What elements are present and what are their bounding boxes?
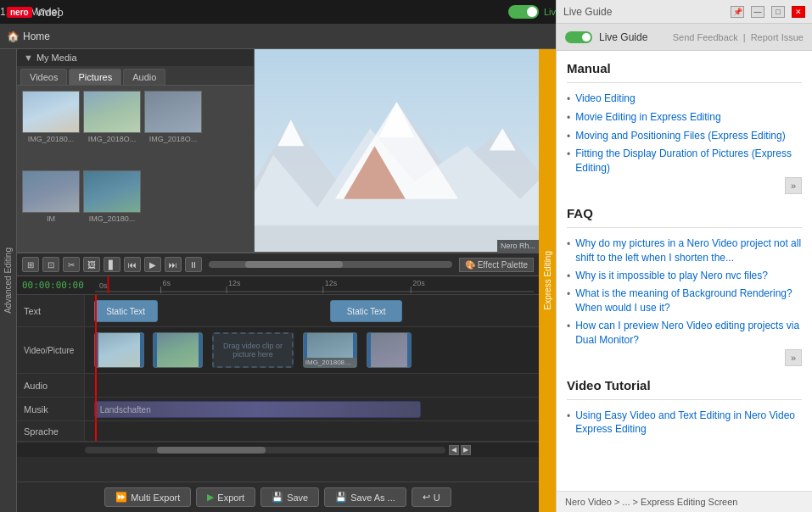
- live-toggle-switch[interactable]: [508, 5, 539, 19]
- scroll-left-btn[interactable]: ◀: [449, 445, 459, 455]
- media-tab-audio[interactable]: Audio: [123, 69, 165, 85]
- manual-link-2[interactable]: Moving and Positioning Files (Express Ed…: [567, 127, 802, 146]
- guide-header: Live Guide Send Feedback | Report Issue: [557, 24, 812, 51]
- ctrl-prev-btn[interactable]: ⏮: [124, 257, 141, 272]
- track-musik-label: Musik: [17, 398, 85, 420]
- close-btn[interactable]: ✕: [792, 6, 805, 18]
- manual-link-0[interactable]: Video Editing: [567, 90, 802, 109]
- ctrl-fit-btn[interactable]: ⊡: [42, 257, 59, 272]
- ctrl-bar-btn[interactable]: ▋: [104, 257, 120, 272]
- save-as-icon: 💾: [335, 492, 347, 503]
- track-text-clips[interactable]: Static Text Static Text: [85, 295, 539, 326]
- video-clip-2[interactable]: [153, 332, 203, 368]
- effect-palette-label: Effect Palette: [478, 260, 528, 270]
- app-title-text: Video: [36, 6, 64, 19]
- guide-toggle[interactable]: [565, 31, 592, 43]
- maximize-btn[interactable]: □: [771, 6, 785, 18]
- timeline-editor: 00:00:00:00 0s 6s 12s 12s: [17, 276, 539, 481]
- ctrl-grid-btn[interactable]: ⊞: [22, 257, 39, 272]
- guide-title-icons: 📌 — □ ✕: [731, 6, 805, 18]
- menu-home[interactable]: 🏠 Home: [7, 31, 50, 42]
- track-sprache: Sprache: [17, 421, 539, 442]
- effect-palette-btn[interactable]: 🎨 Effect Palette: [459, 258, 534, 272]
- pin-btn[interactable]: 📌: [731, 6, 744, 18]
- scroll-arrows: ◀ ▶: [449, 445, 471, 455]
- faq-link-2[interactable]: What is the meaning of Background Render…: [567, 285, 802, 317]
- faq-link-1[interactable]: Why is it impossible to play Nero nvc fi…: [567, 267, 802, 286]
- video-placeholder[interactable]: Drag video clip or picture here: [212, 332, 294, 368]
- track-audio-clips[interactable]: [85, 374, 539, 397]
- ctrl-play-btn[interactable]: ▶: [144, 257, 161, 272]
- horiz-scrollbar[interactable]: [85, 447, 445, 454]
- faq-scroll-down[interactable]: »: [785, 349, 802, 366]
- manual-link-1[interactable]: Movie Editing in Express Editing: [567, 109, 802, 127]
- ctrl-img-btn[interactable]: 🖼: [83, 257, 100, 272]
- media-tab-videos[interactable]: Videos: [20, 69, 67, 85]
- thumb-img-0: [22, 91, 80, 133]
- save-btn[interactable]: 💾 Save: [260, 487, 319, 507]
- media-item-3[interactable]: IM: [22, 170, 80, 247]
- ctrl-next-btn[interactable]: ⏭: [165, 257, 182, 272]
- svg-text:20s: 20s: [412, 279, 425, 287]
- save-as-btn[interactable]: 💾 Save As ...: [324, 487, 406, 507]
- video-clip-3[interactable]: IMG_20180812_17...: [303, 332, 357, 368]
- manual-link-3[interactable]: Fitting the Display Duration of Pictures…: [567, 145, 802, 177]
- video-clip-1[interactable]: [94, 332, 144, 368]
- playhead-audio: [95, 374, 97, 397]
- multi-export-btn[interactable]: ⏩ Multi Export: [104, 487, 191, 507]
- video-clip-4[interactable]: [367, 332, 412, 368]
- timeline-controls: ⊞ ⊡ ✂ 🖼 ▋ ⏮ ▶ ⏭ ⏸ 🎨 Effect Palette: [17, 253, 539, 276]
- thumb-img-3: [22, 170, 80, 213]
- musik-clip-label: Landschaften: [100, 405, 151, 415]
- text-clip-2[interactable]: Static Text: [330, 300, 403, 322]
- scroll-right-btn[interactable]: ▶: [461, 445, 471, 455]
- media-tab-pictures[interactable]: Pictures: [69, 69, 121, 85]
- menu-bar: 🏠 Home: [0, 24, 556, 49]
- media-item-2[interactable]: IMG_2018O...: [144, 91, 202, 167]
- minimize-btn[interactable]: —: [751, 6, 764, 18]
- musik-clip[interactable]: Landschaften: [94, 401, 421, 418]
- track-musik-clips[interactable]: Landschaften: [85, 398, 539, 420]
- manual-scroll-down[interactable]: »: [785, 177, 802, 194]
- pipe-separator: |: [743, 32, 746, 42]
- media-item-0[interactable]: IMG_20180...: [22, 91, 80, 167]
- send-feedback-link[interactable]: Send Feedback: [673, 32, 738, 42]
- time-display: 00:00:00:00: [22, 280, 84, 291]
- track-sprache-clips[interactable]: [85, 421, 539, 441]
- express-editing-tab[interactable]: Express Editing: [539, 49, 556, 512]
- clip-handle-right: [140, 333, 143, 367]
- report-issue-link[interactable]: Report Issue: [751, 32, 804, 42]
- undo-btn[interactable]: ↩ U: [412, 487, 451, 507]
- media-item-4[interactable]: IMG_20180...: [83, 170, 141, 247]
- live-guide-panel: Live Guide 📌 — □ ✕ Live Guide Send Feedb…: [556, 0, 812, 512]
- clip-handle-right-2: [199, 333, 202, 367]
- faq-scroll-area: »: [567, 349, 802, 366]
- guide-toggle-knob: [582, 33, 591, 42]
- text-clip-1[interactable]: Static Text: [94, 300, 158, 322]
- svg-text:12s: 12s: [325, 279, 338, 287]
- manual-divider: [567, 82, 802, 83]
- track-video-clips[interactable]: Drag video clip or picture here IMG_2018…: [85, 327, 539, 373]
- timeline-slider[interactable]: [209, 261, 452, 268]
- main-content: ▼ My Media Videos Pictures Audio: [17, 49, 539, 512]
- timeline-track-area: Text Static Text Static Text: [17, 295, 539, 481]
- thumb-preview-0: [23, 92, 79, 132]
- export-btn[interactable]: ▶ Export: [196, 487, 255, 507]
- video-tutorial-link-0[interactable]: Using Easy Video and Text Editing in Ner…: [567, 407, 802, 439]
- live-toggle[interactable]: Liv: [508, 5, 556, 19]
- ctrl-end-btn[interactable]: ⏸: [185, 257, 202, 272]
- toggle-knob: [527, 7, 537, 17]
- placeholder-label: Drag video clip or picture here: [214, 340, 292, 360]
- thumb-preview-2: [145, 92, 201, 132]
- faq-link-3[interactable]: How can I preview Nero Video editing pro…: [567, 317, 802, 349]
- faq-link-0[interactable]: Why do my pictures in a Nero Video proje…: [567, 235, 802, 267]
- advanced-editing-tab[interactable]: Advanced Editing: [0, 49, 17, 512]
- track-text-label: Text: [17, 295, 85, 326]
- clip-preview-2: [157, 333, 199, 367]
- track-video: Video/Picture: [17, 327, 539, 374]
- guide-footer: Nero Video > ... > Express Editing Scree…: [557, 491, 812, 512]
- clip-preview: [98, 333, 140, 367]
- media-item-1[interactable]: IMG_2018O...: [83, 91, 141, 167]
- triangle-icon: ▼: [24, 53, 33, 63]
- ctrl-scissors-btn[interactable]: ✂: [63, 257, 80, 272]
